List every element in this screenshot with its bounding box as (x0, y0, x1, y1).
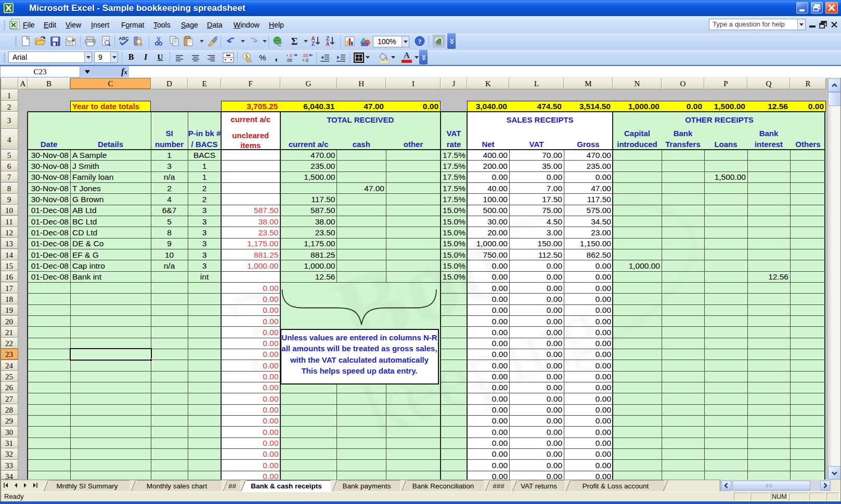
svg-text:A: A (326, 41, 329, 47)
svg-text:Σ: Σ (291, 36, 297, 47)
svg-text:.00: .00 (286, 58, 292, 63)
svg-text:Z: Z (312, 41, 315, 47)
svg-text:+.0: +.0 (302, 58, 308, 63)
svg-text:?: ? (418, 37, 422, 45)
svg-text:$: $ (245, 54, 248, 59)
